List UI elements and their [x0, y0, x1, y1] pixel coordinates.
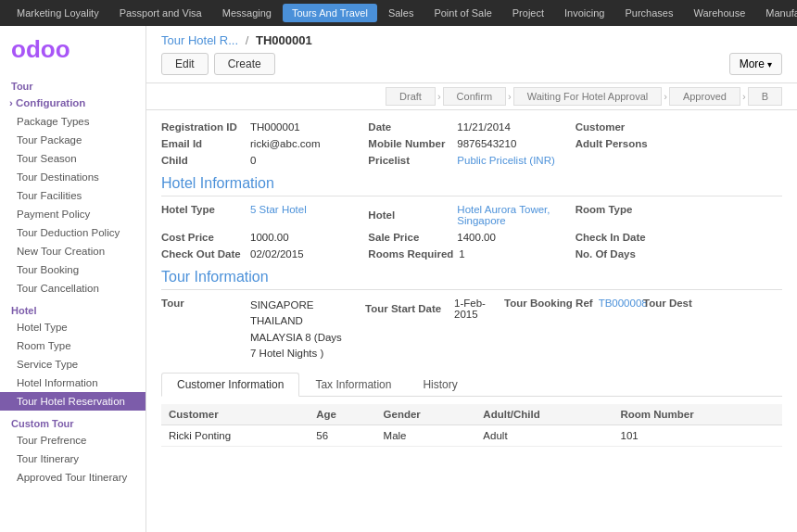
field-rooms-required: Rooms Required 1	[368, 248, 575, 260]
content-header: Tour Hotel R... / TH000001 Edit Create M…	[146, 26, 797, 83]
sidebar-item-new-tour-creation[interactable]: New Tour Creation	[0, 242, 145, 260]
nav-warehouse[interactable]: Warehouse	[684, 4, 754, 22]
hotel-row-3: Check Out Date 02/02/2015 Rooms Required…	[161, 248, 782, 260]
sale-price-label: Sale Price	[368, 232, 451, 243]
nav-tours-travel[interactable]: Tours And Travel	[283, 4, 377, 22]
field-tour-booking-ref: Tour Booking Ref TB000008	[504, 298, 643, 309]
pricelist-label: Pricelist	[368, 155, 451, 166]
status-arrow-2: ›	[508, 91, 512, 102]
cost-price-value: 1000.00	[250, 232, 289, 243]
sidebar-item-tour-season[interactable]: Tour Season	[0, 149, 145, 168]
status-arrow-4: ›	[742, 91, 746, 102]
table-row: Ricki Ponting 56 Male Adult 101	[161, 425, 782, 447]
sale-price-value: 1400.00	[457, 232, 496, 243]
col-adult-child: Adult/Child	[475, 404, 613, 425]
tab-customer-information[interactable]: Customer Information	[161, 373, 299, 397]
edit-button[interactable]: Edit	[161, 53, 209, 75]
sidebar-item-room-type[interactable]: Room Type	[0, 336, 145, 355]
col-gender: Gender	[376, 404, 476, 425]
nav-purchases[interactable]: Purchases	[615, 4, 682, 22]
nav-project[interactable]: Project	[503, 4, 553, 22]
more-button[interactable]: More	[729, 53, 782, 75]
sidebar-item-tour-prefrence[interactable]: Tour Prefrence	[0, 431, 145, 450]
email-value: ricki@abc.com	[250, 138, 321, 149]
field-pricelist: Pricelist Public Pricelist (INR)	[368, 155, 575, 166]
status-b[interactable]: B	[748, 87, 782, 106]
sidebar-item-tour-deduction-policy[interactable]: Tour Deduction Policy	[0, 223, 145, 242]
sidebar-item-tour-facilities[interactable]: Tour Facilities	[0, 186, 145, 205]
field-customer: Customer	[576, 121, 782, 133]
top-navigation: Marketing Loyality Passport and Visa Mes…	[0, 0, 797, 26]
status-approved[interactable]: Approved	[669, 87, 740, 106]
sidebar-item-tour-booking[interactable]: Tour Booking	[0, 260, 145, 279]
tour-description: SINGAPORE THAILAND MALAYSIA 8 (Days 7 Ho…	[250, 298, 342, 361]
sidebar-item-tour-itinerary[interactable]: Tour Itinerary	[0, 450, 145, 468]
tour-line-2: THAILAND	[250, 313, 342, 329]
tour-section-heading: Tour Information	[161, 269, 782, 290]
field-no-of-days: No. Of Days	[576, 248, 782, 260]
nav-messaging[interactable]: Messaging	[213, 4, 281, 22]
tour-booking-ref-label: Tour Booking Ref	[504, 298, 593, 309]
email-label: Email Id	[161, 138, 245, 149]
nav-manufacturing[interactable]: Manufacturing	[756, 4, 797, 22]
hotel-row-1: Hotel Type 5 Star Hotel Hotel Hotel Auro…	[161, 204, 782, 226]
hotel-type-value[interactable]: 5 Star Hotel	[250, 204, 307, 215]
sidebar-item-hotel-information[interactable]: Hotel Information	[0, 374, 145, 392]
odoo-logo: odoo	[11, 35, 70, 64]
status-draft[interactable]: Draft	[386, 87, 436, 106]
status-bar: Draft › Confirm › Waiting For Hotel Appr…	[146, 83, 797, 110]
tour-booking-ref-value[interactable]: TB000008	[599, 298, 648, 309]
nav-passport-visa[interactable]: Passport and Visa	[110, 4, 211, 22]
tab-history[interactable]: History	[407, 373, 473, 396]
form-row-3: Child 0 Pricelist Public Pricelist (INR)	[161, 155, 782, 166]
hotel-value[interactable]: Hotel Aurora Tower, Singapore	[457, 204, 575, 226]
sidebar-item-configuration[interactable]: › Configuration	[0, 94, 145, 112]
tour-dest-label: Tour Dest	[643, 298, 727, 309]
field-registration-id: Registration ID TH000001	[161, 121, 368, 133]
field-tour: Tour SINGAPORE THAILAND MALAYSIA 8 (Days…	[161, 298, 365, 361]
mobile-value: 9876543210	[457, 138, 516, 149]
rooms-required-value: 1	[459, 248, 464, 260]
nav-invoicing[interactable]: Invoicing	[555, 4, 614, 22]
field-room-type: Room Type	[576, 204, 782, 215]
tab-tax-information[interactable]: Tax Information	[299, 373, 407, 396]
tour-line-4: 7 Hotel Nights )	[250, 346, 342, 361]
field-date: Date 11/21/2014	[368, 121, 575, 133]
sidebar: odoo Tour › Configuration Package Types …	[0, 26, 146, 532]
status-waiting[interactable]: Waiting For Hotel Approval	[513, 87, 662, 106]
breadcrumb: Tour Hotel R... / TH000001	[161, 33, 782, 47]
customer-label: Customer	[576, 121, 659, 133]
create-button[interactable]: Create	[214, 53, 275, 75]
sidebar-item-tour-destinations[interactable]: Tour Destinations	[0, 168, 145, 186]
cell-age: 56	[309, 425, 375, 447]
cell-room-number: 101	[614, 425, 782, 447]
sidebar-item-approved-tour-itinerary[interactable]: Approved Tour Itinerary	[0, 468, 145, 487]
tour-line-3: MALAYSIA 8 (Days	[250, 330, 342, 346]
sidebar-item-payment-policy[interactable]: Payment Policy	[0, 205, 145, 223]
sidebar-section-tour: Tour	[0, 73, 145, 94]
sidebar-item-tour-hotel-reservation[interactable]: Tour Hotel Reservation	[0, 392, 145, 411]
sidebar-item-tour-cancellation[interactable]: Tour Cancellation	[0, 279, 145, 298]
sidebar-item-service-type[interactable]: Service Type	[0, 355, 145, 374]
form-content: Registration ID TH000001 Date 11/21/2014…	[146, 110, 797, 532]
toolbar: Edit Create More	[161, 53, 782, 82]
sidebar-section-hotel: Hotel	[0, 298, 145, 318]
field-adult-persons: Adult Persons	[576, 138, 782, 149]
nav-marketing-loyality[interactable]: Marketing Loyality	[7, 4, 108, 22]
sidebar-item-tour-package[interactable]: Tour Package	[0, 131, 145, 149]
sidebar-item-hotel-type[interactable]: Hotel Type	[0, 318, 145, 336]
sidebar-section-custom-tour: Custom Tour	[0, 411, 145, 431]
field-hotel-type: Hotel Type 5 Star Hotel	[161, 204, 368, 215]
nav-sales[interactable]: Sales	[379, 4, 424, 22]
nav-point-of-sale[interactable]: Point of Sale	[424, 4, 500, 22]
cell-adult-child: Adult	[475, 425, 613, 447]
sidebar-item-package-types[interactable]: Package Types	[0, 112, 145, 131]
field-cost-price: Cost Price 1000.00	[161, 232, 368, 243]
breadcrumb-parent[interactable]: Tour Hotel R...	[161, 33, 238, 47]
pricelist-value[interactable]: Public Pricelist (INR)	[457, 155, 554, 166]
no-of-days-label: No. Of Days	[576, 248, 659, 260]
form-row-1: Registration ID TH000001 Date 11/21/2014…	[161, 121, 782, 133]
tour-line-1: SINGAPORE	[250, 298, 342, 313]
child-value: 0	[250, 155, 256, 166]
status-confirm[interactable]: Confirm	[443, 87, 507, 106]
